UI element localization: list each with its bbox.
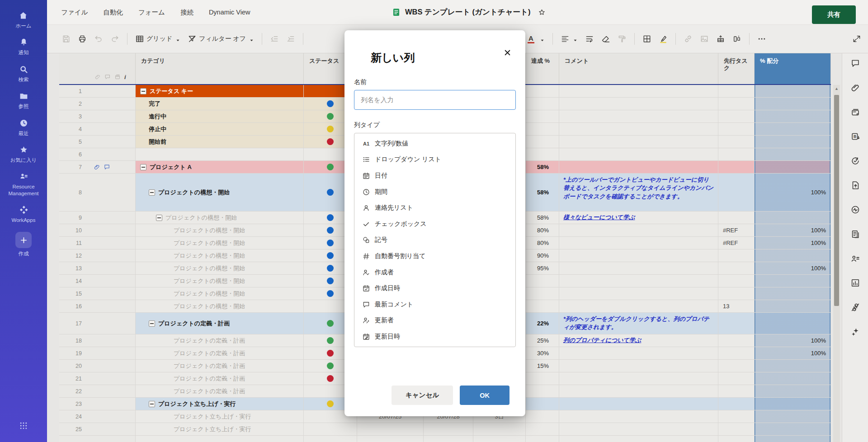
cell-allocation[interactable]: 100% <box>755 334 831 347</box>
cell-comment[interactable]: 列のプロパティについて学ぶ <box>559 334 718 347</box>
cell-achievement[interactable] <box>526 372 559 385</box>
cell-empty[interactable] <box>304 436 357 442</box>
column-type-option-modified-by[interactable]: 更新者 <box>354 313 515 329</box>
cell-predecessor[interactable] <box>718 161 755 174</box>
column-type-option-duration-clock[interactable]: 期間 <box>354 184 515 200</box>
column-type-option-checkbox[interactable]: チェックボックス <box>354 216 515 232</box>
cell-empty[interactable] <box>755 436 831 442</box>
cell-comment[interactable]: *上のツールバーでガントビューやカードビューに切り替えると、インタラクティブなタ… <box>559 174 718 212</box>
cell-allocation[interactable] <box>755 313 831 334</box>
cell-empty[interactable] <box>357 436 424 442</box>
cell-predecessor[interactable]: #REF <box>718 237 755 249</box>
cell-empty[interactable] <box>559 436 718 442</box>
cell-comment[interactable] <box>559 136 718 148</box>
ai-assistant-icon[interactable] <box>850 327 860 337</box>
cell-empty[interactable] <box>526 436 559 442</box>
cell-comment[interactable] <box>559 372 718 385</box>
row-gutter[interactable]: 4 <box>59 123 136 136</box>
cell-comment[interactable] <box>559 360 718 372</box>
comment-icon[interactable] <box>104 164 110 170</box>
cell-category[interactable]: プロジェクトの定義・計画 <box>136 347 304 360</box>
filter-off-button[interactable]: フィルター オフ <box>184 32 257 46</box>
cell-allocation[interactable] <box>755 212 831 224</box>
column-type-option-calendar[interactable]: 日付 <box>354 168 515 184</box>
cell-allocation[interactable] <box>755 275 831 287</box>
grid-view-button[interactable]: グリッド <box>132 32 184 46</box>
cell-category[interactable]: プロジェクトの構想・開始 <box>136 275 304 287</box>
insert-row-button[interactable] <box>713 32 728 46</box>
cell-achievement[interactable] <box>526 123 559 136</box>
menu-item-3[interactable]: フォーム <box>138 8 165 17</box>
cell-predecessor[interactable] <box>718 174 755 212</box>
collapse-toggle[interactable] <box>156 215 162 221</box>
row-gutter[interactable]: 15 <box>59 287 136 300</box>
column-type-option-contact[interactable]: 連絡先リスト <box>354 200 515 216</box>
column-type-option-autonumber[interactable]: 自動番号割り当て <box>354 248 515 264</box>
cell-achievement[interactable] <box>526 300 559 313</box>
menu-item-2[interactable]: 自動化 <box>103 8 123 17</box>
sidebar-item-star[interactable]: お気に入り <box>10 145 37 163</box>
cell-comment[interactable] <box>559 287 718 300</box>
cell-achievement[interactable] <box>526 385 559 398</box>
cell-achievement[interactable]: 80% <box>526 237 559 249</box>
cell-allocation[interactable] <box>755 385 831 398</box>
cell-category[interactable]: 完了 <box>136 98 304 110</box>
cell-allocation[interactable]: 100% <box>755 224 831 237</box>
row-gutter[interactable]: 1 <box>59 85 136 98</box>
cell-category[interactable]: プロジェクトの定義・計画 <box>136 313 304 334</box>
create-button[interactable] <box>15 232 32 248</box>
column-header-achievement[interactable]: 達成 % <box>526 53 559 84</box>
share-button[interactable]: 共有 <box>812 5 856 24</box>
row-gutter[interactable]: 17 <box>59 313 136 334</box>
cell-empty[interactable] <box>424 436 473 442</box>
row-gutter[interactable]: 5 <box>59 136 136 148</box>
cell-achievement[interactable] <box>526 287 559 300</box>
cell-predecessor[interactable] <box>718 110 755 123</box>
column-type-option-latest-comment[interactable]: 最新コメント <box>354 296 515 313</box>
cell-allocation[interactable] <box>755 398 831 410</box>
insert-column-button[interactable] <box>729 32 745 46</box>
eraser-button[interactable] <box>598 32 613 46</box>
column-type-option-modified-date[interactable]: 更新日時 <box>354 329 515 345</box>
cell-comment[interactable] <box>559 85 718 98</box>
row-gutter[interactable]: 23 <box>59 398 136 410</box>
cell-category[interactable]: プロジェクト立ち上げ・実行 <box>136 423 304 436</box>
proofs-icon[interactable] <box>850 107 860 117</box>
cell-category[interactable]: 停止中 <box>136 123 304 136</box>
cell-end-date[interactable] <box>424 423 473 436</box>
cell-predecessor[interactable] <box>718 136 755 148</box>
cell-allocation[interactable] <box>755 372 831 385</box>
cell-comment[interactable] <box>559 98 718 110</box>
sidebar-item-create[interactable]: 作成 <box>15 232 32 257</box>
row-gutter[interactable]: 22 <box>59 385 136 398</box>
cell-category[interactable]: プロジェクトの定義・計画 <box>136 360 304 372</box>
cell-allocation[interactable] <box>755 98 831 110</box>
column-type-option-created-by[interactable]: 作成者 <box>354 264 515 281</box>
cell-allocation[interactable] <box>755 136 831 148</box>
cell-duration[interactable] <box>473 423 526 436</box>
cell-category[interactable]: プロジェクトの構想・開始 <box>136 212 304 224</box>
column-name-input[interactable] <box>360 96 510 104</box>
row-gutter[interactable]: 9 <box>59 212 136 224</box>
connections-icon[interactable] <box>850 302 860 312</box>
cell-achievement[interactable] <box>526 275 559 287</box>
cell-category[interactable] <box>136 148 304 161</box>
cell-predecessor[interactable] <box>718 398 755 410</box>
update-requests-icon[interactable] <box>850 156 860 166</box>
row-gutter[interactable]: 19 <box>59 347 136 360</box>
cell-status[interactable] <box>304 423 357 436</box>
collapse-toggle[interactable] <box>140 164 146 170</box>
cell-allocation[interactable]: 100% <box>755 237 831 249</box>
cell-comment[interactable] <box>559 249 718 262</box>
cell-achievement[interactable]: 90% <box>526 249 559 262</box>
row-gutter[interactable]: 2 <box>59 98 136 110</box>
row-gutter[interactable]: 25 <box>59 423 136 436</box>
favorite-star-icon[interactable] <box>538 8 546 17</box>
cell-category[interactable]: プロジェクト立ち上げ・実行 <box>136 410 304 423</box>
cell-comment[interactable] <box>559 398 718 410</box>
cell-allocation[interactable] <box>755 161 831 174</box>
row-gutter[interactable]: 13 <box>59 262 136 275</box>
cell-category[interactable]: プロジェクトの構想・開始 <box>136 174 304 212</box>
cell-start-date[interactable] <box>357 423 424 436</box>
cell-category[interactable]: 開始前 <box>136 136 304 148</box>
